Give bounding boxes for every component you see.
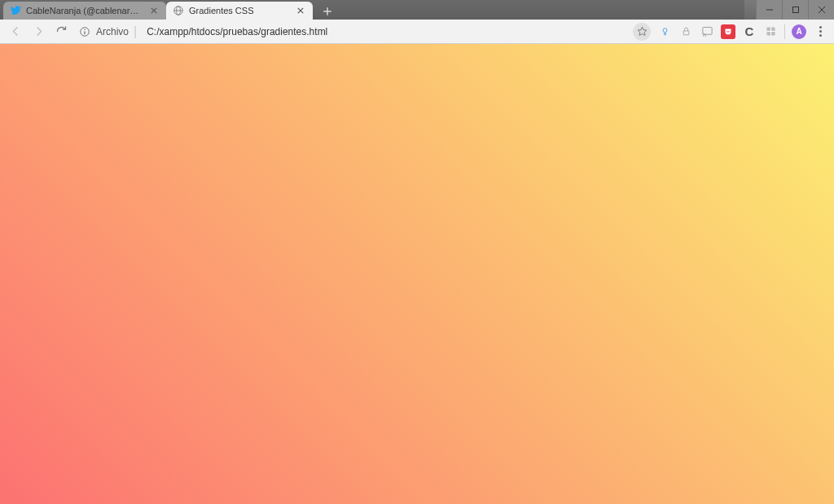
reload-icon bbox=[55, 25, 68, 37]
arrow-left-icon bbox=[10, 25, 22, 37]
plus-icon bbox=[323, 7, 332, 16]
extension-icon-4[interactable] bbox=[721, 24, 735, 39]
close-window-button[interactable] bbox=[808, 0, 834, 20]
site-info-button[interactable] bbox=[78, 25, 91, 38]
extension-icon-2[interactable] bbox=[678, 24, 693, 39]
svg-rect-1 bbox=[792, 7, 798, 13]
tab-cablenaranja[interactable]: CableNaranja (@cablenaranja7) / bbox=[3, 2, 166, 20]
svg-point-16 bbox=[663, 28, 667, 33]
url-input[interactable] bbox=[142, 26, 625, 37]
extension-icon-3[interactable] bbox=[700, 24, 714, 39]
address-bar[interactable]: Archivo | bbox=[75, 23, 628, 41]
forward-button[interactable] bbox=[29, 23, 47, 41]
lock-icon bbox=[681, 26, 691, 37]
pocket-icon bbox=[723, 27, 733, 37]
default-favicon-icon bbox=[173, 5, 184, 16]
grid-icon bbox=[765, 25, 777, 37]
profile-avatar[interactable]: A bbox=[792, 24, 806, 39]
svg-point-15 bbox=[84, 28, 85, 29]
browser-toolbar: Archivo | C A bbox=[0, 20, 834, 44]
bookmark-button[interactable] bbox=[633, 23, 651, 41]
close-icon bbox=[818, 6, 826, 14]
extension-icon-6[interactable] bbox=[763, 24, 778, 39]
tab-label: Gradientes CSS bbox=[189, 6, 290, 15]
extension-icon-1[interactable] bbox=[657, 24, 672, 39]
new-tab-button[interactable] bbox=[318, 3, 337, 20]
close-tab-button[interactable] bbox=[148, 5, 160, 16]
info-icon bbox=[79, 26, 90, 37]
window-controls bbox=[756, 0, 834, 20]
minimize-button[interactable] bbox=[756, 0, 782, 20]
svg-rect-19 bbox=[683, 31, 689, 35]
twitter-favicon-icon bbox=[10, 5, 21, 16]
maximize-icon bbox=[792, 6, 800, 14]
maximize-button[interactable] bbox=[782, 0, 808, 20]
arrow-right-icon bbox=[33, 25, 45, 37]
minimize-icon bbox=[766, 6, 774, 14]
extension-icon-5[interactable]: C bbox=[742, 24, 757, 39]
bug-icon bbox=[659, 25, 671, 37]
tab-gradientes[interactable]: Gradientes CSS bbox=[166, 2, 313, 20]
separator: | bbox=[134, 24, 137, 39]
tab-label: CableNaranja (@cablenaranja7) / bbox=[26, 6, 143, 15]
url-scheme-label: Archivo bbox=[96, 26, 129, 37]
star-icon bbox=[637, 26, 647, 37]
cast-icon bbox=[701, 25, 713, 37]
tab-strip: CableNaranja (@cablenaranja7) / Gradient… bbox=[0, 0, 744, 20]
reload-button[interactable] bbox=[52, 23, 70, 41]
toolbar-divider bbox=[784, 24, 785, 39]
toolbar-actions: C A bbox=[633, 23, 827, 41]
browser-menu-button[interactable] bbox=[813, 26, 827, 37]
close-tab-button[interactable] bbox=[295, 5, 306, 16]
back-button[interactable] bbox=[7, 23, 24, 41]
page-viewport bbox=[0, 44, 834, 504]
